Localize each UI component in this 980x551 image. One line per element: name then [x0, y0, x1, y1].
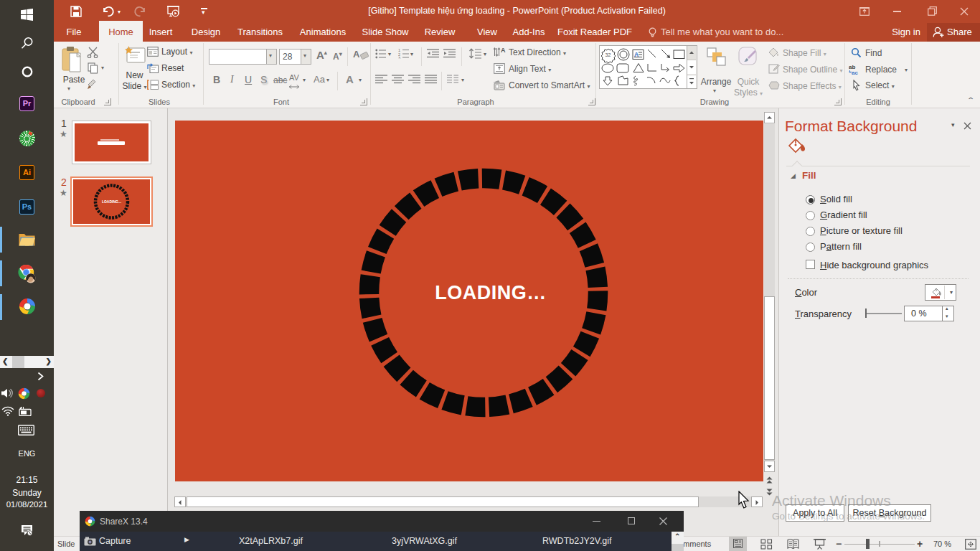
svg-text:LOADING...: LOADING... [102, 199, 122, 204]
svg-text:32: 32 [606, 52, 611, 57]
svg-text:A: A [501, 47, 506, 54]
svg-text:ac: ac [852, 70, 858, 75]
svg-text:LOADING…: LOADING… [435, 282, 547, 303]
svg-text:3: 3 [398, 56, 400, 60]
